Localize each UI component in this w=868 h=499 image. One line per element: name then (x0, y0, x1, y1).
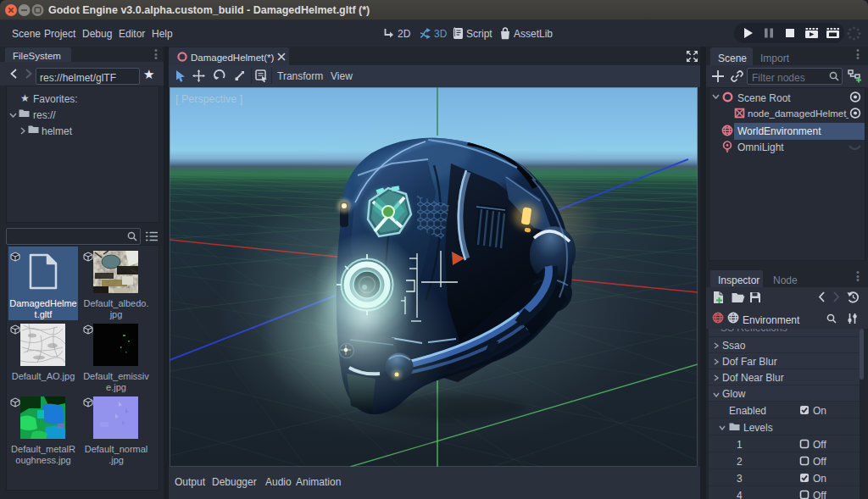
svg-text:[ Perspective ]: [ Perspective ] (175, 93, 242, 105)
